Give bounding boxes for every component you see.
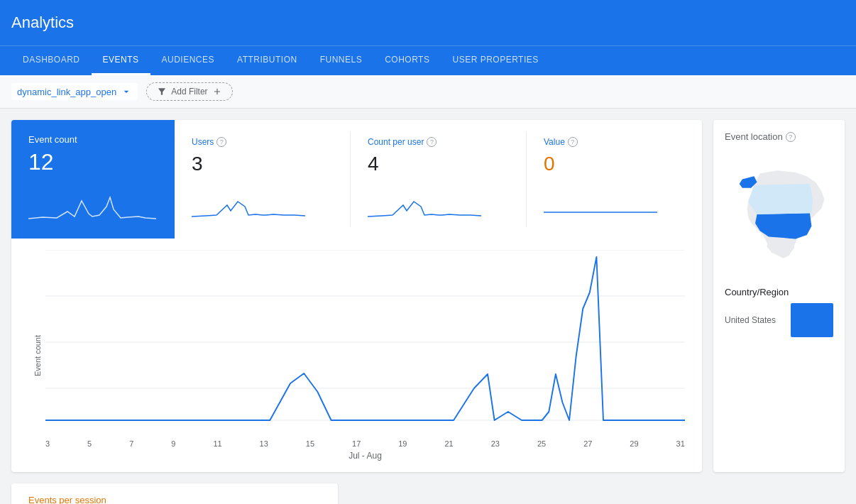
- app-title: Analytics: [11, 13, 74, 32]
- nav-attribution[interactable]: ATTRIBUTION: [226, 46, 309, 75]
- main-chart-area: Event count 8 6 4 2 0 3 5 7: [11, 239, 702, 472]
- value-metric: Value ? 0: [527, 131, 702, 227]
- event-count-box: Event count 12: [11, 120, 175, 239]
- main-content: Event count 12 Users ? 3: [0, 109, 856, 483]
- chevron-down-icon: [121, 86, 132, 97]
- count-per-user-metric: Count per user ? 4: [351, 131, 527, 227]
- metrics-row: Users ? 3 Count per user ? 4: [175, 120, 702, 239]
- event-count-value: 12: [28, 149, 158, 175]
- country-bar-row: United States: [725, 303, 833, 337]
- nav-cohorts[interactable]: COHORTS: [373, 46, 441, 75]
- nav-dashboard[interactable]: DASHBOARD: [11, 46, 92, 75]
- right-panel: Event location ? Country/Region United S…: [713, 120, 845, 472]
- value-help-icon[interactable]: ?: [568, 137, 578, 147]
- users-metric: Users ? 3: [175, 131, 351, 227]
- event-location-title: Event location: [725, 131, 783, 142]
- country-bar: [791, 303, 833, 337]
- nav-events[interactable]: EVENTS: [92, 46, 150, 75]
- count-per-user-value: 4: [368, 153, 509, 175]
- count-per-user-help-icon[interactable]: ?: [427, 137, 437, 147]
- map-container: [725, 150, 833, 278]
- stats-top-row: Event count 12 Users ? 3: [11, 120, 702, 239]
- value-sparkline: [544, 184, 657, 219]
- stats-chart-card: Event count 12 Users ? 3: [11, 120, 702, 472]
- value-label: Value: [544, 137, 565, 147]
- events-per-session-title: Events per session: [28, 495, 321, 504]
- country-name: United States: [725, 315, 776, 325]
- date-range-label: Jul - Aug: [45, 451, 685, 461]
- event-dropdown[interactable]: dynamic_link_app_open: [11, 83, 138, 100]
- navigation: DASHBOARD EVENTS AUDIENCES ATTRIBUTION F…: [0, 45, 856, 75]
- count-per-user-label: Count per user: [368, 137, 424, 147]
- y-axis-label: Event count: [33, 334, 42, 376]
- bottom-section: Events per session: [0, 483, 856, 504]
- add-filter-button[interactable]: Add Filter: [146, 82, 232, 101]
- event-count-sparkline: [28, 187, 156, 222]
- header: Analytics: [0, 0, 856, 45]
- nav-user-properties[interactable]: USER PROPERTIES: [441, 46, 549, 75]
- nav-funnels[interactable]: FUNNELS: [309, 46, 374, 75]
- events-per-session-card: Events per session: [11, 483, 338, 504]
- users-help-icon[interactable]: ?: [216, 137, 226, 147]
- world-map: [725, 150, 833, 278]
- country-region-title: Country/Region: [725, 287, 833, 297]
- event-location-help-icon[interactable]: ?: [786, 132, 796, 142]
- count-per-user-sparkline: [368, 184, 481, 219]
- users-sparkline: [192, 184, 305, 219]
- event-count-label: Event count: [28, 134, 158, 145]
- x-axis-labels: 3 5 7 9 11 13 15 17 19 21 23 25 27 29 31: [45, 437, 685, 448]
- plus-icon: [212, 87, 222, 97]
- users-value: 3: [192, 153, 333, 175]
- nav-audiences[interactable]: AUDIENCES: [150, 46, 226, 75]
- users-label: Users: [192, 137, 214, 147]
- main-chart: 8 6 4 2 0: [45, 250, 685, 434]
- event-dropdown-label: dynamic_link_app_open: [17, 87, 116, 97]
- filter-bar: dynamic_link_app_open Add Filter: [0, 75, 856, 109]
- filter-icon: [157, 87, 167, 97]
- add-filter-label: Add Filter: [171, 87, 207, 97]
- value-value: 0: [544, 153, 685, 175]
